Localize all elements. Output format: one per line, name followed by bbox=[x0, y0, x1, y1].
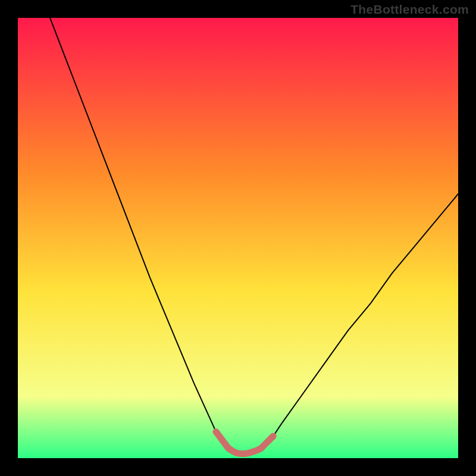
bottleneck-chart-svg bbox=[18, 18, 458, 458]
watermark-text: TheBottleneck.com bbox=[350, 2, 469, 17]
chart-frame: TheBottleneck.com bbox=[0, 0, 476, 476]
plot-area bbox=[18, 18, 458, 458]
gradient-background bbox=[18, 18, 458, 458]
